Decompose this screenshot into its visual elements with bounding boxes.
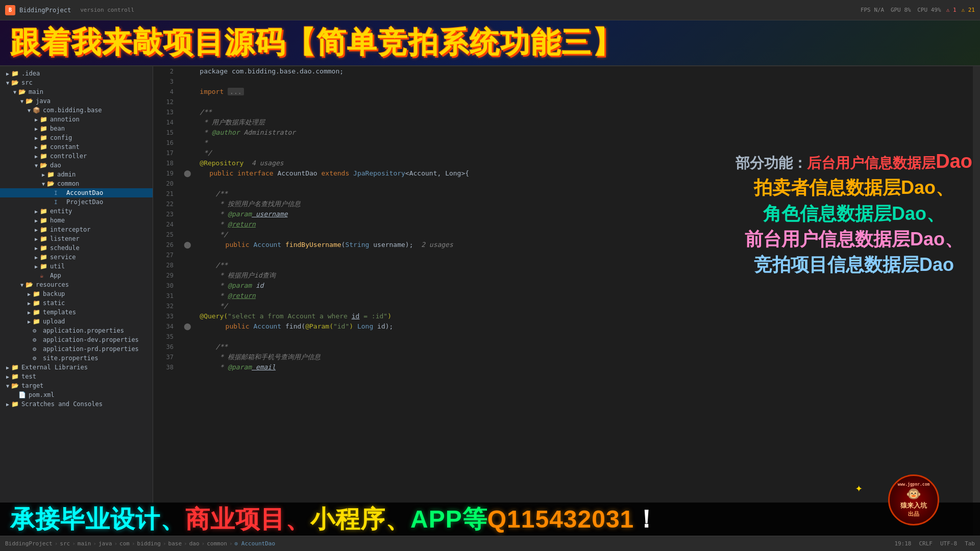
project-name: BiddingProject [19, 7, 71, 14]
folder-icon: 📂 [18, 88, 27, 95]
breadcrumb-item: dao [189, 540, 200, 547]
sidebar-item-service[interactable]: ▶ 📁 service [0, 253, 153, 262]
item-label: application-dev.properties [43, 336, 139, 343]
prop-icon: ⚙ [33, 355, 41, 362]
sidebar-item-entity[interactable]: ▶ 📁 entity [0, 207, 153, 216]
sidebar-item-static[interactable]: ▶ 📁 static [0, 298, 153, 308]
banner-text: 跟着我来敲项目源码【简单竞拍系统功能三】 [10, 23, 623, 63]
sidebar-item-test[interactable]: ▶ 📁 test [0, 372, 153, 381]
tree-arrow: ▶ [33, 245, 40, 251]
item-label: admin [57, 171, 76, 178]
watermark-sublabel: 出品 [908, 510, 919, 518]
promo-part3: 小程序、 [310, 506, 410, 533]
fps-display: FPS N/A GPU 8% CPU 49% [861, 7, 941, 13]
folder-icon: 📁 [40, 125, 48, 132]
code-line: 37 * 根据邮箱和手机号查询用户信息 [153, 352, 973, 362]
code-editor[interactable]: 2 package com.bidding.base.dao.common; 3… [153, 66, 973, 551]
folder-icon: 📁 [40, 153, 48, 160]
sidebar-item-backup[interactable]: ▶ 📁 backup [0, 289, 153, 298]
top-bar: B BiddingProject version controll FPS N/… [0, 0, 980, 20]
sidebar-item-idea[interactable]: ▶ 📁 .idea [0, 69, 153, 78]
warning-badge: ⚠ 21 [962, 7, 975, 13]
sidebar-item-com-bidding[interactable]: ▼ 📦 com.bidding.base [0, 106, 153, 115]
sidebar-item-annotion[interactable]: ▶ 📁 annotion [0, 115, 153, 124]
tree-arrow: ▶ [33, 264, 40, 269]
sidebar-item-app-prd-properties[interactable]: ⚙ application-prd.properties [0, 344, 153, 354]
sidebar-item-accountdao[interactable]: I AccountDao [0, 188, 153, 197]
item-label: ProjectDao [66, 198, 103, 206]
sidebar-item-external-libs[interactable]: ▶ 📁 External Libraries [0, 363, 153, 372]
tree-arrow: ▶ [26, 300, 33, 306]
tree-arrow: ▶ [33, 144, 40, 150]
sidebar-item-config[interactable]: ▶ 📁 config [0, 133, 153, 142]
folder-icon: 📁 [40, 235, 48, 242]
folder-icon: 📂 [47, 180, 55, 187]
sidebar-item-app-dev-properties[interactable]: ⚙ application-dev.properties [0, 335, 153, 344]
sidebar-item-app[interactable]: ☕ App [0, 271, 153, 280]
app-icon: B [5, 5, 15, 15]
sidebar-item-util[interactable]: ▶ 📁 util [0, 262, 153, 271]
star-decoration: ✦ [855, 481, 863, 495]
item-label: site.properties [43, 355, 98, 362]
sidebar-item-dao[interactable]: ▼ 📂 dao [0, 161, 153, 170]
sidebar-item-app-properties[interactable]: ⚙ application.properties [0, 326, 153, 335]
sidebar-item-listener[interactable]: ▶ 📁 listener [0, 234, 153, 243]
sidebar-item-common[interactable]: ▼ 📂 common [0, 179, 153, 188]
top-bar-left: B BiddingProject version controll [5, 5, 134, 15]
code-line: 35 [153, 332, 973, 342]
watermark: www.jgpnr.com 🐵 猿来入坑 出品 [888, 474, 939, 525]
folder-icon: 📁 [11, 400, 19, 408]
item-label: util [50, 263, 65, 270]
annotation-line3: 角色信息数据层Dao、 [736, 201, 972, 227]
item-label: AccountDao [66, 189, 103, 196]
sidebar-item-schedule[interactable]: ▶ 📁 schedule [0, 243, 153, 253]
sidebar-item-constant[interactable]: ▶ 📁 constant [0, 142, 153, 152]
code-line: 33 @Query("select a from Account a where… [153, 311, 973, 321]
sidebar-item-admin[interactable]: ▶ 📁 admin [0, 170, 153, 179]
code-line: 4 import ... [153, 87, 973, 97]
prop-icon: ⚙ [33, 345, 41, 353]
sidebar-item-main[interactable]: ▼ 📂 main [0, 87, 153, 96]
tree-arrow: ▶ [4, 402, 11, 407]
code-line: 32 */ [153, 301, 973, 311]
breadcrumb-item: bidding [137, 540, 161, 547]
tree-arrow: ▶ [4, 365, 11, 370]
sidebar-item-site-properties[interactable]: ⚙ site.properties [0, 354, 153, 363]
sidebar-item-interceptor[interactable]: ▶ 📁 interceptor [0, 225, 153, 234]
folder-icon: 📁 [40, 217, 48, 224]
code-line: 14 * 用户数据库处理层 [153, 117, 973, 128]
folder-icon: 📁 [33, 309, 41, 316]
sidebar-item-home[interactable]: ▶ 📁 home [0, 216, 153, 225]
item-label: interceptor [50, 226, 90, 233]
code-line: 36 /** [153, 342, 973, 352]
tree-arrow: ▶ [4, 374, 11, 380]
item-label: Scratches and Consoles [21, 400, 103, 408]
sidebar-item-resources[interactable]: ▼ 📂 resources [0, 280, 153, 289]
promo-exclaim: ！ [634, 506, 659, 533]
tree-arrow: ▼ [18, 282, 26, 288]
sidebar-item-templates[interactable]: ▶ 📁 templates [0, 308, 153, 317]
item-label: listener [50, 235, 80, 242]
sidebar-item-target[interactable]: ▼ 📂 target [0, 381, 153, 390]
sidebar-item-controller[interactable]: ▶ 📁 controller [0, 152, 153, 161]
annotation-line4: 前台用户信息数据层Dao、 [736, 227, 972, 252]
code-line: 31 * @return [153, 291, 973, 301]
line-ending: CRLF [919, 540, 933, 547]
sidebar-item-src[interactable]: ▼ 📂 src [0, 78, 153, 87]
java-icon: ☕ [40, 272, 48, 279]
sidebar-item-bean[interactable]: ▶ 📁 bean [0, 124, 153, 133]
code-line: 30 * @param id [153, 281, 973, 291]
sidebar-item-scratches[interactable]: ▶ 📁 Scratches and Consoles [0, 399, 153, 409]
item-label: External Libraries [21, 364, 88, 371]
tree-arrow: ▼ [33, 163, 40, 168]
sidebar-item-java[interactable]: ▼ 📂 java [0, 96, 153, 106]
sidebar-item-projectdao[interactable]: I ProjectDao [0, 197, 153, 207]
item-label: static [43, 299, 65, 307]
breadcrumb-item: src [60, 540, 70, 547]
bottom-right: 19:18 CRLF UTF-8 Tab [894, 540, 975, 547]
folder-icon: 📁 [40, 244, 48, 252]
item-label: config [50, 134, 72, 141]
sidebar-item-upload[interactable]: ▶ 📁 upload [0, 317, 153, 326]
folder-icon: 📁 [40, 254, 48, 261]
sidebar-item-pom-xml[interactable]: 📄 pom.xml [0, 390, 153, 399]
